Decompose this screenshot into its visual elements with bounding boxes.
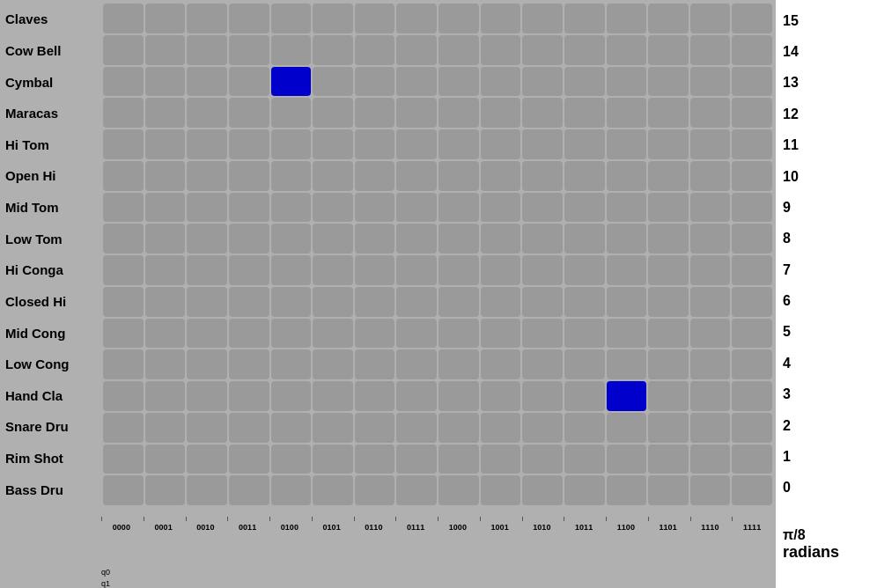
grid-cell-r8-c14[interactable]: [690, 255, 731, 285]
grid-cell-r0-c6[interactable]: [355, 4, 395, 33]
grid-cell-r12-c11[interactable]: [564, 381, 605, 411]
grid-cell-r9-c12[interactable]: [607, 287, 647, 317]
grid-cell-r6-c6[interactable]: [355, 193, 395, 223]
grid-cell-r10-c15[interactable]: [732, 319, 772, 349]
grid-cell-r14-c11[interactable]: [564, 445, 605, 474]
grid-cell-r10-c13[interactable]: [648, 319, 689, 349]
grid-cell-r6-c11[interactable]: [564, 193, 605, 223]
grid-cell-r13-c14[interactable]: [690, 413, 731, 443]
grid-cell-r13-c8[interactable]: [438, 413, 479, 443]
grid-cell-r0-c10[interactable]: [522, 4, 563, 33]
grid-cell-r8-c0[interactable]: [103, 255, 144, 285]
grid-cell-r12-c4[interactable]: [271, 381, 312, 411]
grid-cell-r14-c8[interactable]: [438, 445, 479, 474]
grid-cell-r6-c13[interactable]: [648, 193, 689, 223]
grid-cell-r6-c5[interactable]: [313, 193, 353, 223]
grid-cell-r10-c12[interactable]: [607, 319, 647, 349]
grid-cell-r6-c10[interactable]: [522, 193, 563, 223]
grid-cell-r14-c15[interactable]: [732, 445, 772, 474]
grid-cell-r3-c8[interactable]: [438, 98, 479, 128]
grid-cell-r1-c7[interactable]: [396, 35, 437, 65]
grid-cell-r10-c9[interactable]: [481, 319, 521, 349]
grid-cell-r8-c7[interactable]: [396, 255, 437, 285]
grid-cell-r5-c3[interactable]: [229, 161, 269, 191]
grid-cell-r10-c2[interactable]: [187, 319, 227, 349]
grid-cell-r11-c13[interactable]: [648, 349, 689, 379]
grid-cell-r13-c5[interactable]: [313, 413, 353, 443]
grid-cell-r0-c1[interactable]: [145, 4, 186, 33]
grid-cell-r6-c7[interactable]: [396, 193, 437, 223]
grid-cell-r11-c5[interactable]: [313, 349, 353, 379]
grid-cell-r8-c13[interactable]: [648, 255, 689, 285]
grid-cell-r12-c9[interactable]: [481, 381, 521, 411]
grid-cell-r5-c10[interactable]: [522, 161, 563, 191]
grid-cell-r13-c4[interactable]: [271, 413, 312, 443]
grid-cell-r14-c4[interactable]: [271, 445, 312, 474]
grid-cell-r5-c5[interactable]: [313, 161, 353, 191]
grid-cell-r2-c2[interactable]: [187, 67, 227, 97]
grid-cell-r5-c13[interactable]: [648, 161, 689, 191]
grid-cell-r12-c8[interactable]: [438, 381, 479, 411]
grid-cell-r9-c13[interactable]: [648, 287, 689, 317]
grid-cell-r10-c5[interactable]: [313, 319, 353, 349]
grid-cell-r1-c5[interactable]: [313, 35, 353, 65]
grid-cell-r5-c9[interactable]: [481, 161, 521, 191]
grid-cell-r9-c3[interactable]: [229, 287, 269, 317]
grid-cell-r0-c9[interactable]: [481, 4, 521, 33]
grid-cell-r8-c10[interactable]: [522, 255, 563, 285]
grid-cell-r1-c10[interactable]: [522, 35, 563, 65]
grid-cell-r0-c14[interactable]: [690, 4, 731, 33]
grid-cell-r6-c8[interactable]: [438, 193, 479, 223]
grid-cell-r1-c14[interactable]: [690, 35, 731, 65]
grid-cell-r11-c0[interactable]: [103, 349, 144, 379]
grid-cell-r8-c12[interactable]: [607, 255, 647, 285]
grid-cell-r11-c3[interactable]: [229, 349, 269, 379]
grid-cell-r4-c15[interactable]: [732, 129, 772, 159]
grid-cell-r11-c1[interactable]: [145, 349, 186, 379]
grid-cell-r8-c15[interactable]: [732, 255, 772, 285]
grid-cell-r9-c9[interactable]: [481, 287, 521, 317]
grid-cell-r2-c1[interactable]: [145, 67, 186, 97]
grid-cell-r10-c6[interactable]: [355, 319, 395, 349]
grid-cell-r6-c9[interactable]: [481, 193, 521, 223]
grid-cell-r15-c0[interactable]: [103, 475, 144, 505]
grid-cell-r13-c3[interactable]: [229, 413, 269, 443]
grid-cell-r10-c1[interactable]: [145, 319, 186, 349]
grid-cell-r7-c4[interactable]: [271, 224, 312, 254]
grid-cell-r8-c2[interactable]: [187, 255, 227, 285]
grid-cell-r11-c2[interactable]: [187, 349, 227, 379]
grid-cell-r12-c7[interactable]: [396, 381, 437, 411]
grid-cell-r7-c0[interactable]: [103, 224, 144, 254]
grid-cell-r14-c6[interactable]: [355, 445, 395, 474]
grid-cell-r8-c11[interactable]: [564, 255, 605, 285]
grid-cell-r15-c4[interactable]: [271, 475, 312, 505]
grid-cell-r15-c1[interactable]: [145, 475, 186, 505]
grid-cell-r10-c14[interactable]: [690, 319, 731, 349]
grid-cell-r11-c14[interactable]: [690, 349, 731, 379]
grid-cell-r15-c8[interactable]: [438, 475, 479, 505]
grid-cell-r6-c12[interactable]: [607, 193, 647, 223]
grid-cell-r9-c5[interactable]: [313, 287, 353, 317]
grid-cell-r4-c13[interactable]: [648, 129, 689, 159]
grid-cell-r13-c10[interactable]: [522, 413, 563, 443]
grid-cell-r13-c6[interactable]: [355, 413, 395, 443]
grid-cell-r7-c14[interactable]: [690, 224, 731, 254]
grid-cell-r4-c6[interactable]: [355, 129, 395, 159]
grid-cell-r0-c4[interactable]: [271, 4, 312, 33]
grid-cell-r3-c13[interactable]: [648, 98, 689, 128]
grid-cell-r6-c2[interactable]: [187, 193, 227, 223]
grid-cell-r3-c6[interactable]: [355, 98, 395, 128]
grid-cell-r1-c12[interactable]: [607, 35, 647, 65]
grid-cell-r3-c5[interactable]: [313, 98, 353, 128]
grid-cell-r7-c6[interactable]: [355, 224, 395, 254]
grid-cell-r7-c15[interactable]: [732, 224, 772, 254]
grid-cell-r2-c12[interactable]: [607, 67, 647, 97]
grid-cell-r9-c10[interactable]: [522, 287, 563, 317]
grid-cell-r0-c3[interactable]: [229, 4, 269, 33]
grid-cell-r1-c6[interactable]: [355, 35, 395, 65]
grid-cell-r14-c2[interactable]: [187, 445, 227, 474]
grid-cell-r1-c1[interactable]: [145, 35, 186, 65]
grid-cell-r9-c1[interactable]: [145, 287, 186, 317]
grid-cell-r5-c2[interactable]: [187, 161, 227, 191]
grid-cell-r12-c2[interactable]: [187, 381, 227, 411]
